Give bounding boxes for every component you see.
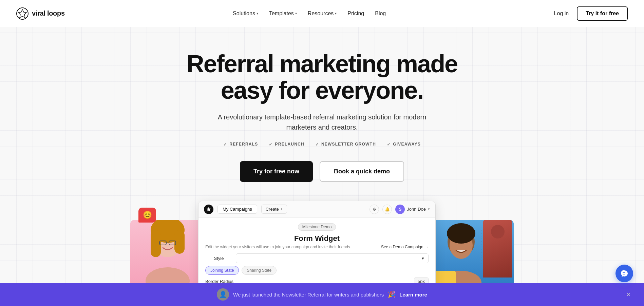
hero-preview: 😊 [118, 201, 526, 291]
person-left-image: 😊 [130, 220, 205, 291]
brand-logo[interactable]: viral loops [16, 7, 65, 20]
dash-logo-icon [204, 205, 213, 214]
svg-marker-1 [18, 9, 26, 18]
notification-close-button[interactable]: × [626, 291, 630, 291]
check-icon: ✓ [387, 142, 391, 147]
person-left-svg [130, 220, 205, 291]
check-icon: ✓ [269, 142, 273, 147]
nav-item-solutions[interactable]: Solutions ▾ [233, 11, 258, 17]
notification-banner: 👤 We just launched the Newsletter Referr… [0, 283, 644, 291]
sharing-state-tab[interactable]: Sharing State [242, 266, 277, 275]
dashboard-topbar: My Campaigns Create + ⚙ 🔔 S John Doe ▾ [198, 201, 435, 218]
person-right-bg [429, 220, 514, 291]
svg-point-13 [447, 223, 475, 244]
feature-prelaunch: ✓ PRELAUNCH [269, 142, 304, 147]
book-demo-button[interactable]: Book a quick demo [320, 161, 404, 182]
nav-try-free-button[interactable]: Try it for free [577, 6, 628, 21]
dashboard-content: Milestone Demo Form Widget Edit the widg… [198, 218, 435, 291]
state-row: Joining State Sharing State [205, 266, 429, 275]
dashboard-mockup: My Campaigns Create + ⚙ 🔔 S John Doe ▾ [198, 201, 436, 291]
chat-icon [620, 269, 628, 278]
campaign-badge: Milestone Demo [298, 223, 336, 231]
nav-right: Log in Try it for free [554, 6, 628, 21]
nav-item-resources[interactable]: Resources ▾ [308, 11, 337, 17]
user-avatar[interactable]: S John Doe ▾ [395, 205, 430, 214]
dash-nav-right: ⚙ 🔔 S John Doe ▾ [370, 205, 430, 214]
hero-title: Referral marketing made easy for everyon… [183, 51, 461, 104]
nav-links: Solutions ▾ Templates ▾ Resources ▾ Pric… [233, 11, 386, 17]
logo-icon [16, 7, 29, 20]
tab-my-campaigns[interactable]: My Campaigns [217, 205, 257, 214]
hero-features: ✓ REFERRALS ✓ PRELAUNCH ✓ NEWSLETTER GRO… [8, 142, 636, 147]
chevron-down-icon: ▾ [295, 12, 297, 15]
nav-item-blog[interactable]: Blog [375, 11, 386, 17]
avatar-initial: S [395, 205, 405, 214]
select-chevron-icon: ▾ [422, 256, 424, 261]
bell-icon[interactable]: 🔔 [382, 205, 392, 214]
hoodie-hood [491, 225, 505, 238]
see-demo-link[interactable]: See a Demo Campaign → [381, 245, 429, 249]
person-right-image [429, 220, 514, 291]
check-icon: ✓ [315, 142, 319, 147]
state-tabs: Joining State Sharing State [205, 266, 277, 275]
check-icon: ✓ [223, 142, 227, 147]
feature-giveaways: ✓ GIVEAWAYS [387, 142, 421, 147]
hero-buttons: Try for free now Book a quick demo [8, 161, 636, 182]
chevron-down-icon: ▾ [335, 12, 337, 15]
hoodie-decoration [483, 220, 512, 278]
chevron-down-icon: ▾ [257, 12, 258, 15]
chat-widget-button[interactable] [615, 265, 633, 282]
hero-subtitle: A revolutionary template-based referral … [203, 112, 441, 132]
login-link[interactable]: Log in [554, 11, 569, 17]
notification-emoji: 🎉 [388, 291, 395, 291]
chevron-down-icon: ▾ [428, 207, 430, 211]
person-left-bg [130, 220, 205, 291]
form-widget-desc: Edit the widget your visitors will use t… [205, 245, 429, 249]
brand-name: viral loops [32, 9, 65, 17]
settings-icon[interactable]: ⚙ [370, 205, 379, 214]
style-row: Style ▾ [205, 253, 429, 263]
dash-nav-left: My Campaigns Create + [204, 205, 287, 214]
nav-item-pricing[interactable]: Pricing [347, 11, 364, 17]
feature-newsletter: ✓ NEWSLETTER GROWTH [315, 142, 376, 147]
feature-referrals: ✓ REFERRALS [223, 142, 258, 147]
style-select[interactable]: ▾ [236, 253, 429, 263]
nav-item-templates[interactable]: Templates ▾ [269, 11, 297, 17]
style-label: Style [205, 256, 232, 261]
try-free-now-button[interactable]: Try for free now [240, 161, 313, 182]
joining-state-tab[interactable]: Joining State [205, 266, 239, 275]
hero-section: Referral marketing made easy for everyon… [0, 27, 644, 291]
tab-create[interactable]: Create + [261, 205, 287, 214]
navbar: viral loops Solutions ▾ Templates ▾ Reso… [0, 0, 644, 27]
chat-bubble-icon: 😊 [138, 208, 156, 223]
svg-marker-10 [207, 207, 211, 211]
notif-avatar: 👤 [217, 288, 229, 291]
form-widget-title: Form Widget [205, 234, 429, 243]
dash-logo-svg [206, 207, 211, 212]
